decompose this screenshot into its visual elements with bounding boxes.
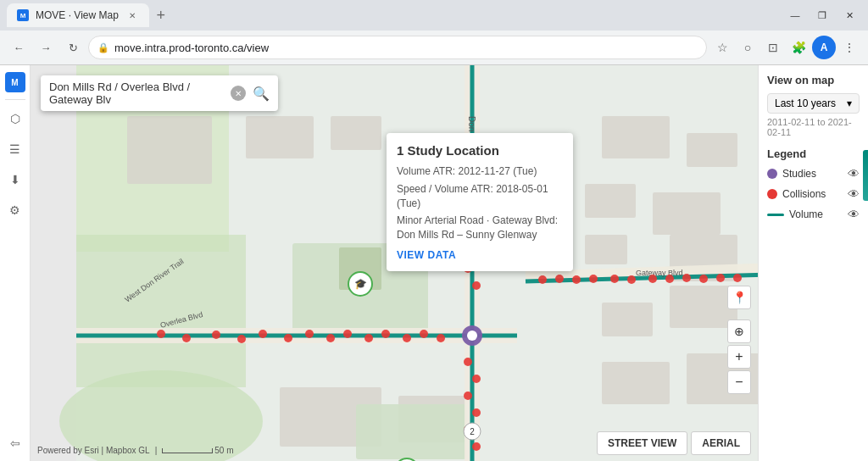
sidebar-settings-icon[interactable]: ⚙ bbox=[3, 198, 27, 222]
aerial-view-button[interactable]: AERIAL bbox=[691, 431, 751, 455]
collisions-visibility-toggle[interactable]: 👁 bbox=[848, 187, 860, 201]
svg-text:🎓: 🎓 bbox=[354, 277, 367, 290]
svg-point-61 bbox=[538, 275, 547, 284]
time-period-label: Last 10 years bbox=[775, 97, 836, 109]
tab-title: MOVE · View Map bbox=[36, 9, 119, 21]
svg-point-40 bbox=[472, 281, 481, 290]
popup-title: 1 Study Location bbox=[397, 143, 563, 158]
search-text: Don Mills Rd / Overlea Blvd / Gateway Bl… bbox=[49, 81, 224, 106]
refresh-button[interactable]: ↻ bbox=[61, 36, 85, 59]
svg-point-58 bbox=[403, 334, 411, 342]
svg-rect-8 bbox=[653, 192, 721, 235]
search-clear-button[interactable]: ✕ bbox=[231, 86, 246, 101]
search-submit-button[interactable]: 🔍 bbox=[253, 86, 270, 102]
close-button[interactable]: ✕ bbox=[837, 3, 861, 27]
svg-rect-13 bbox=[246, 116, 314, 158]
new-tab-button[interactable]: + bbox=[149, 3, 173, 27]
my-location-button[interactable]: ⊕ bbox=[727, 319, 751, 343]
svg-point-54 bbox=[326, 334, 335, 342]
profile-button[interactable]: A bbox=[812, 36, 836, 59]
popup-row-2: Speed / Volume ATR: 2018-05-01 (Tue) bbox=[397, 182, 563, 211]
legend-item-studies: Studies 👁 bbox=[767, 167, 860, 181]
svg-rect-7 bbox=[585, 184, 636, 218]
svg-point-59 bbox=[420, 330, 428, 338]
extensions-icon[interactable]: 🧩 bbox=[787, 36, 810, 59]
chevron-down-icon: ▾ bbox=[847, 97, 852, 109]
app-logo: M bbox=[5, 72, 25, 92]
svg-point-63 bbox=[572, 275, 581, 284]
tab-close-button[interactable]: ✕ bbox=[125, 8, 139, 22]
svg-point-44 bbox=[472, 408, 481, 417]
sidebar-divider bbox=[5, 99, 25, 100]
time-period-selector[interactable]: Last 10 years ▾ bbox=[767, 93, 860, 114]
url-text: move.intra.prod-toronto.ca/view bbox=[114, 42, 698, 54]
svg-point-49 bbox=[212, 330, 220, 339]
svg-rect-6 bbox=[687, 133, 737, 167]
svg-point-56 bbox=[364, 334, 373, 342]
svg-point-42 bbox=[472, 375, 481, 383]
svg-point-53 bbox=[305, 330, 314, 338]
address-bar[interactable]: 🔒 move.intra.prod-toronto.ca/view bbox=[88, 36, 707, 59]
svg-point-68 bbox=[665, 275, 674, 283]
location-marker-button[interactable]: 📍 bbox=[727, 286, 751, 309]
svg-point-47 bbox=[157, 330, 165, 338]
studies-label: Studies bbox=[782, 168, 816, 180]
security-icon: 🔒 bbox=[97, 42, 109, 53]
zoom-out-button[interactable]: − bbox=[727, 370, 751, 394]
svg-point-75 bbox=[467, 330, 477, 341]
popup-row-3: Minor Arterial Road · Gateway Blvd: Don … bbox=[397, 214, 563, 242]
sidebar-download-icon[interactable]: ⬇ bbox=[3, 168, 27, 192]
location-button-container: ⊕ bbox=[727, 319, 751, 343]
scale-text: 50 m bbox=[214, 446, 233, 455]
view-data-link[interactable]: VIEW DATA bbox=[397, 249, 563, 261]
forward-button[interactable]: → bbox=[34, 36, 58, 59]
right-panel: View on map Last 10 years ▾ 2011-02-11 t… bbox=[758, 65, 868, 461]
menu-icon[interactable]: ⋮ bbox=[837, 36, 861, 59]
zoom-controls: + − bbox=[727, 345, 751, 394]
studies-visibility-toggle[interactable]: 👁 bbox=[848, 167, 860, 181]
svg-point-41 bbox=[464, 358, 472, 366]
maximize-button[interactable]: ❐ bbox=[810, 3, 834, 27]
volume-visibility-toggle[interactable]: 👁 bbox=[848, 208, 860, 221]
street-view-button[interactable]: STREET VIEW bbox=[597, 431, 687, 455]
cast-icon[interactable]: ⊡ bbox=[761, 36, 785, 59]
bookmark-icon[interactable]: ☆ bbox=[710, 36, 734, 59]
sidebar-exit-icon[interactable]: ⇦ bbox=[3, 431, 27, 455]
minimize-button[interactable]: — bbox=[783, 3, 807, 27]
svg-point-43 bbox=[464, 392, 472, 400]
popup-row-1: Volume ATR: 2012-11-27 (Tue) bbox=[397, 164, 563, 179]
map-area[interactable]: Don Mills Rd Overlea Blvd Gateway Blvd W… bbox=[31, 65, 868, 461]
svg-rect-2 bbox=[76, 235, 246, 387]
legend-item-volume: Volume 👁 bbox=[767, 208, 860, 221]
search-bar[interactable]: Don Mills Rd / Overlea Blvd / Gateway Bl… bbox=[41, 75, 278, 111]
left-sidebar: M ⬡ ☰ ⬇ ⚙ ⇦ bbox=[0, 65, 31, 461]
tab-favicon: M bbox=[17, 9, 29, 21]
svg-point-51 bbox=[259, 330, 267, 338]
profile-circle-icon[interactable]: ○ bbox=[736, 36, 760, 59]
zoom-in-button[interactable]: + bbox=[727, 345, 751, 369]
svg-point-48 bbox=[182, 334, 191, 342]
scale-line-graphic bbox=[162, 448, 213, 453]
active-tab[interactable]: M MOVE · View Map ✕ bbox=[7, 3, 149, 27]
svg-point-46 bbox=[472, 442, 481, 451]
back-button[interactable]: ← bbox=[7, 36, 31, 59]
svg-rect-14 bbox=[331, 116, 381, 150]
svg-rect-5 bbox=[602, 116, 670, 158]
svg-point-71 bbox=[716, 274, 725, 282]
date-range-text: 2011-02-11 to 2021-02-11 bbox=[767, 117, 860, 137]
map-attribution: Powered by Esri | Mapbox GL | 50 m bbox=[37, 446, 234, 455]
sidebar-list-icon[interactable]: ☰ bbox=[3, 137, 27, 161]
svg-point-62 bbox=[555, 275, 564, 283]
popup-card: 1 Study Location Volume ATR: 2012-11-27 … bbox=[387, 133, 573, 271]
volume-label: Volume bbox=[789, 208, 823, 220]
scale-bar: 50 m bbox=[162, 446, 233, 455]
separator: | bbox=[155, 446, 158, 455]
svg-point-67 bbox=[648, 275, 657, 283]
svg-rect-9 bbox=[585, 235, 627, 264]
svg-point-55 bbox=[343, 330, 352, 338]
collisions-dot-icon bbox=[767, 189, 777, 199]
svg-point-72 bbox=[733, 274, 742, 282]
sidebar-layers-icon[interactable]: ⬡ bbox=[3, 107, 27, 131]
svg-rect-21 bbox=[356, 404, 466, 459]
volume-line-icon bbox=[767, 214, 784, 216]
